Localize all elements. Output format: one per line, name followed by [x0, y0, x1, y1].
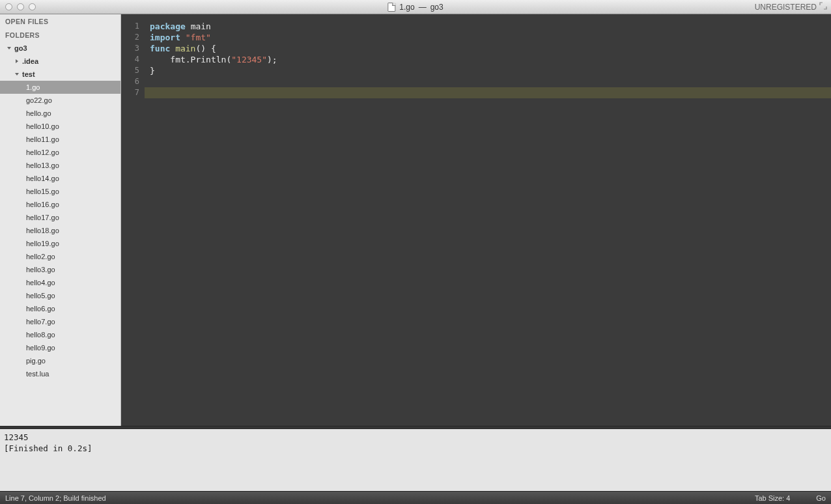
open-files-header[interactable]: OPEN FILES: [0, 14, 120, 28]
line-number: 2: [121, 32, 139, 43]
line-number: 6: [121, 76, 139, 87]
code-token: main: [191, 21, 211, 31]
tree-file[interactable]: hello16.go: [0, 198, 120, 211]
code-token: }: [150, 66, 155, 76]
unregistered-label: UNREGISTERED: [755, 3, 817, 12]
tree-item-label: hello18.go: [26, 227, 59, 234]
window-titlebar: 1.go — go3 UNREGISTERED: [0, 0, 831, 14]
code-token: package: [150, 21, 191, 31]
current-line-highlight: [145, 87, 831, 98]
tree-item-label: pig.go: [26, 357, 46, 365]
zoom-window-button[interactable]: [29, 3, 36, 10]
tree-item-label: hello14.go: [26, 175, 59, 182]
tree-item-label: hello10.go: [26, 122, 59, 130]
window-title: 1.go — go3: [387, 3, 443, 12]
tree-file[interactable]: hello6.go: [0, 302, 120, 315]
tree-item-label: hello12.go: [26, 148, 59, 156]
code-token: "fmt": [186, 33, 211, 42]
status-bar: Line 7, Column 2; Build finished Tab Siz…: [0, 491, 831, 504]
tree-item-label: hello5.go: [26, 292, 55, 300]
tree-file[interactable]: go22.go: [0, 94, 120, 107]
tree-item-label: hello17.go: [26, 214, 59, 221]
sidebar: OPEN FILES FOLDERS go3.ideatest1.gogo22.…: [0, 14, 121, 426]
chevron-down-icon[interactable]: [7, 46, 12, 51]
tree-item-label: go3: [14, 44, 27, 52]
main-area: OPEN FILES FOLDERS go3.ideatest1.gogo22.…: [0, 14, 831, 426]
tree-file[interactable]: test.lua: [0, 367, 120, 380]
tree-file[interactable]: hello12.go: [0, 146, 120, 159]
code-token: () {: [195, 44, 216, 53]
line-number: 3: [121, 43, 139, 54]
folders-header[interactable]: FOLDERS: [0, 28, 120, 42]
title-project: go3: [430, 3, 444, 12]
tree-file[interactable]: hello14.go: [0, 172, 120, 185]
tree-item-label: hello13.go: [26, 161, 59, 169]
code-token: );: [267, 55, 277, 64]
tree-file[interactable]: hello18.go: [0, 224, 120, 237]
tree-item-label: hello3.go: [26, 266, 55, 273]
code-token: import: [150, 33, 186, 42]
code-area[interactable]: package mainimport "fmt"func main() { fm…: [145, 14, 831, 426]
tab-size-selector[interactable]: Tab Size: 4: [755, 494, 790, 502]
tree-file[interactable]: hello3.go: [0, 263, 120, 276]
tree-item-label: hello9.go: [26, 344, 55, 352]
console-line: 12345: [4, 432, 827, 443]
tree-item-label: hello11.go: [26, 135, 59, 143]
tree-file[interactable]: hello5.go: [0, 289, 120, 302]
build-output-panel[interactable]: 12345 [Finished in 0.2s]: [0, 428, 831, 491]
tree-file[interactable]: hello4.go: [0, 276, 120, 289]
language-selector[interactable]: Go: [816, 494, 826, 502]
chevron-down-icon[interactable]: [14, 72, 20, 77]
tree-file[interactable]: hello11.go: [0, 133, 120, 146]
tree-file[interactable]: hello.go: [0, 107, 120, 120]
tree-file[interactable]: hello15.go: [0, 185, 120, 198]
code-editor[interactable]: 1234567 package mainimport "fmt"func mai…: [121, 14, 831, 426]
tree-folder[interactable]: test: [0, 68, 120, 81]
tree-folder[interactable]: .idea: [0, 55, 120, 68]
tree-file[interactable]: hello13.go: [0, 159, 120, 172]
tree-item-label: test.lua: [26, 370, 49, 378]
tree-file[interactable]: 1.go: [0, 81, 120, 94]
tree-file[interactable]: hello7.go: [0, 315, 120, 328]
minimize-window-button[interactable]: [17, 3, 24, 10]
line-number: 4: [121, 54, 139, 65]
tree-item-label: .idea: [22, 57, 38, 65]
expand-icon[interactable]: [819, 2, 827, 12]
close-window-button[interactable]: [5, 3, 12, 10]
tree-file[interactable]: hello2.go: [0, 250, 120, 263]
line-number: 1: [121, 21, 139, 32]
line-number: 7: [121, 87, 139, 98]
code-line[interactable]: package main: [145, 21, 831, 32]
tree-item-label: hello16.go: [26, 201, 59, 208]
code-line[interactable]: func main() {: [145, 43, 831, 54]
code-line[interactable]: import "fmt": [145, 32, 831, 43]
tree-file[interactable]: hello19.go: [0, 237, 120, 250]
line-gutter: 1234567: [121, 14, 145, 426]
chevron-right-icon[interactable]: [14, 59, 20, 64]
code-token: fmt.Println(: [150, 55, 231, 64]
tree-file[interactable]: pig.go: [0, 354, 120, 367]
tree-item-label: hello7.go: [26, 318, 55, 326]
file-icon: [387, 3, 395, 12]
tree-folder[interactable]: go3: [0, 42, 120, 55]
tree-item-label: hello6.go: [26, 305, 55, 313]
code-line[interactable]: fmt.Println("12345");: [145, 54, 831, 65]
tree-file[interactable]: hello17.go: [0, 211, 120, 224]
line-number: 5: [121, 65, 139, 76]
folder-tree: go3.ideatest1.gogo22.gohello.gohello10.g…: [0, 42, 120, 380]
tree-file[interactable]: hello8.go: [0, 328, 120, 341]
status-left[interactable]: Line 7, Column 2; Build finished: [5, 494, 106, 502]
traffic-lights: [5, 3, 36, 10]
tree-file[interactable]: hello9.go: [0, 341, 120, 354]
tree-item-label: hello.go: [26, 109, 51, 117]
tree-item-label: hello8.go: [26, 331, 55, 339]
tree-item-label: hello19.go: [26, 240, 59, 247]
tree-item-label: hello2.go: [26, 253, 55, 260]
code-token: main: [175, 44, 195, 53]
console-line: [Finished in 0.2s]: [4, 443, 827, 454]
code-token: func: [150, 44, 175, 53]
tree-item-label: 1.go: [26, 83, 40, 91]
code-line[interactable]: }: [145, 65, 831, 76]
tree-file[interactable]: hello10.go: [0, 120, 120, 133]
tree-item-label: hello15.go: [26, 188, 59, 195]
